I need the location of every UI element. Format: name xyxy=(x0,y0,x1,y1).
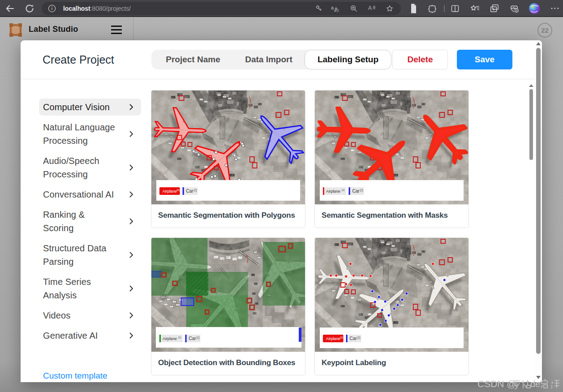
svg-text:de: de xyxy=(530,379,540,389)
svg-text:[1]: [1] xyxy=(178,336,181,339)
svg-text:あ: あ xyxy=(334,7,339,12)
svg-text:A: A xyxy=(368,5,372,11)
svg-text:CSDN @: CSDN @ xyxy=(477,379,516,389)
svg-text:[1]: [1] xyxy=(342,189,345,191)
svg-text:Airplane: Airplane xyxy=(163,336,177,341)
svg-text:Airplane: Airplane xyxy=(326,336,340,341)
svg-text:[1]: [1] xyxy=(177,189,180,191)
svg-text:Airplane: Airplane xyxy=(163,189,177,194)
svg-text:[1]: [1] xyxy=(340,336,344,339)
svg-text:a: a xyxy=(331,5,334,10)
svg-text:Airplane: Airplane xyxy=(326,189,340,194)
